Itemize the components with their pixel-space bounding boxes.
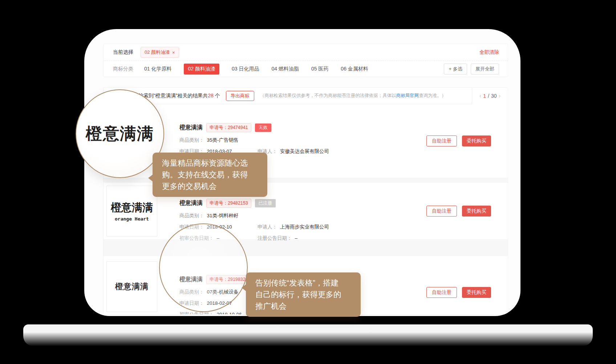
clear-all-button[interactable]: 全部清除 — [479, 49, 499, 56]
tooltip-line: 告别传统“发表格”，搭建 — [255, 277, 361, 289]
current-page: 1 — [483, 93, 486, 99]
product-category-label: 商品类别： — [179, 137, 204, 143]
row-actions: 自助注册 委托购买 — [426, 287, 491, 298]
product-category-value: 35类-广告销售 — [207, 137, 239, 143]
category-line: 商品类别：31类-饲料种籽 — [179, 213, 426, 219]
next-page-icon[interactable]: › — [499, 93, 500, 99]
disclaimer-suffix: 查询为准。） — [419, 93, 446, 98]
category-row: 商标分类 01 化学原料 02 颜料油漆 03 日化用品 04 燃料油脂 05 … — [104, 61, 508, 77]
self-register-button[interactable]: 自助注册 — [426, 206, 457, 217]
applicant-label: 申请人： — [258, 224, 277, 230]
prev-page-icon[interactable]: ‹ — [479, 93, 481, 99]
tooltip-line: 推广机会 — [255, 300, 361, 312]
status-badge: 无效 — [255, 124, 271, 132]
magnified-trademark-text: 橙意满满 — [86, 123, 154, 145]
application-number-tag: 申请号：29482153 — [206, 199, 251, 208]
trademark-name[interactable]: 橙意满满 — [179, 199, 203, 207]
entrust-buy-button[interactable]: 委托购买 — [462, 206, 491, 217]
category-item-06[interactable]: 06 金属材料 — [341, 66, 368, 72]
category-actions: + 多选 展开全部 — [444, 64, 499, 74]
category-item-05[interactable]: 05 医药 — [311, 66, 328, 72]
trademark-image-text: 橙意满满 — [111, 201, 153, 215]
current-selection-label: 当前选择 — [113, 49, 133, 56]
close-icon[interactable]: × — [172, 50, 175, 55]
entrust-buy-button[interactable]: 委托购买 — [462, 287, 491, 298]
category-item-04[interactable]: 04 燃料油脂 — [271, 66, 299, 72]
category-item-01[interactable]: 01 化学原料 — [144, 66, 171, 72]
results-summary-suffix: 个 — [214, 93, 220, 98]
first-notice-label: 初审公告日期： — [179, 311, 214, 315]
tooltip-line: 购。支持在线交易，获得 — [162, 169, 267, 181]
status-badge: 已注册 — [255, 199, 276, 207]
trademark-image-text: 橙意满满 — [115, 281, 149, 292]
row-actions: 自助注册 委托购买 — [426, 136, 491, 146]
application-number-value: 29474941 — [228, 125, 248, 130]
category-line: 商品类别：35类-广告销售 — [179, 137, 426, 143]
tooltip-line: 自己的标行，获得更多的 — [255, 289, 361, 300]
trademark-image[interactable]: 橙意满满 — [106, 261, 157, 312]
trademark-info: 橙意满满 申请号：29474941 无效 商品类别：35类-广告销售 申请日期：… — [179, 104, 426, 155]
expand-all-button[interactable]: 展开全部 — [471, 64, 499, 74]
reg-notice-value: – — [295, 235, 298, 241]
trademark-office-link[interactable]: 商标局官网 — [396, 93, 419, 98]
pagination: ‹ 1 / 30 › — [472, 88, 508, 104]
total-pages: 30 — [491, 93, 497, 99]
self-register-button[interactable]: 自助注册 — [426, 136, 457, 146]
application-number-value: 29482153 — [228, 201, 248, 206]
trademark-name[interactable]: 橙意满满 — [179, 124, 203, 132]
selected-filter-tag-label: 02 颜料油漆 — [145, 49, 170, 56]
magnifier-circle-zoom: 橙意满满 — [76, 89, 164, 178]
category-item-02-selected[interactable]: 02 颜料油漆 — [184, 64, 219, 74]
first-notice-value: 2018-10-06 — [217, 312, 242, 315]
application-number-label: 申请号： — [210, 125, 228, 130]
applicant-value: 安徽美达会展有限公司 — [280, 148, 329, 155]
application-number-tag: 申请号：29474941 — [206, 123, 251, 132]
reg-notice-label: 注册公告日期： — [258, 235, 292, 242]
results-disclaimer: （商标检索结果仅供参考，不作为商标能否注册的法律依据；具体以商标局官网查询为准。… — [260, 93, 446, 99]
tooltip-promotion: 告别传统“发表格”，搭建 自己的标行，获得更多的 推广机会 — [246, 272, 361, 317]
category-item-03[interactable]: 03 日化用品 — [232, 66, 259, 72]
results-header: 当前分类共检索到“橙意满满”相关的结果共28 个 导出商标 （商标检索结果仅供参… — [104, 88, 508, 104]
application-number-label: 申请号： — [210, 201, 228, 206]
export-trademark-button[interactable]: 导出商标 — [226, 91, 254, 101]
current-selection-row: 当前选择 02 颜料油漆 × 全部清除 — [104, 44, 508, 61]
trademark-image[interactable]: 橙意满满 orange Heart — [106, 186, 157, 236]
row-actions: 自助注册 委托购买 — [426, 206, 491, 217]
disclaimer-prefix: （商标检索结果仅供参考，不作为商标能否注册的法律依据；具体以 — [260, 93, 396, 98]
multi-select-label: 多选 — [453, 66, 462, 72]
results-count: 28 — [208, 93, 214, 98]
page-separator: / — [488, 93, 489, 99]
magnifier-circle-highlight — [159, 223, 248, 312]
tooltip-line: 更多的交易机会 — [162, 181, 267, 192]
applicant-value: 上海雨步实业有限公司 — [280, 224, 329, 230]
tooltip-line: 海量精品商标资源随心选 — [162, 157, 267, 169]
laptop-base — [23, 324, 593, 346]
multi-select-button[interactable]: + 多选 — [444, 64, 467, 74]
product-category-label: 商品类别： — [179, 213, 204, 219]
selected-filter-tag[interactable]: 02 颜料油漆 × — [141, 47, 179, 58]
title-line: 橙意满满 申请号：29482153 已注册 — [179, 199, 426, 208]
tooltip-trademark-resources: 海量精品商标资源随心选 购。支持在线交易，获得 更多的交易机会 — [153, 153, 267, 197]
title-line: 橙意满满 申请号：29474941 无效 — [179, 123, 426, 132]
product-category-value: 31类-饲料种籽 — [207, 213, 239, 219]
trademark-image-subtext: orange Heart — [115, 216, 149, 222]
category-label: 商标分类 — [113, 66, 133, 72]
self-register-button[interactable]: 自助注册 — [426, 287, 457, 298]
entrust-buy-button[interactable]: 委托购买 — [462, 136, 491, 146]
filter-panel: 当前选择 02 颜料油漆 × 全部清除 商标分类 01 化学原料 02 颜料油漆… — [103, 44, 508, 77]
plus-icon: + — [449, 66, 451, 72]
